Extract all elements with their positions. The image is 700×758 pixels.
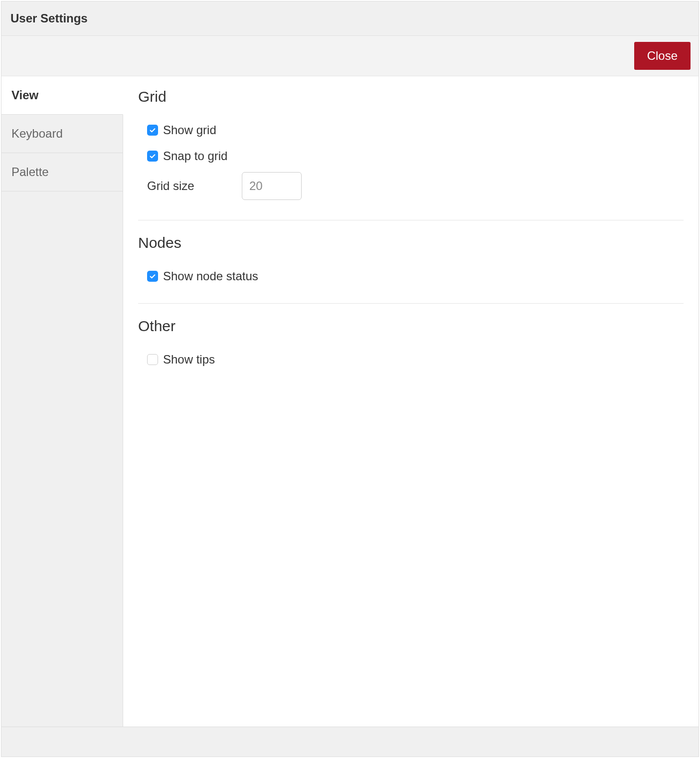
section-title-grid: Grid <box>138 88 684 105</box>
row-show-node-status: Show node status <box>138 263 684 289</box>
show-node-status-checkbox[interactable] <box>147 271 158 282</box>
snap-to-grid-checkbox[interactable] <box>147 151 158 162</box>
show-tips-label: Show tips <box>163 353 215 367</box>
tab-view[interactable]: View <box>1 76 123 115</box>
check-icon <box>149 273 156 280</box>
row-show-grid: Show grid <box>138 117 684 143</box>
show-tips-checkbox[interactable] <box>147 354 158 365</box>
close-button[interactable]: Close <box>634 42 691 70</box>
section-title-nodes: Nodes <box>138 234 684 251</box>
row-grid-size: Grid size <box>138 169 684 206</box>
modal-footer <box>1 727 699 757</box>
show-grid-label: Show grid <box>163 123 216 137</box>
settings-content: Grid Show grid Snap to grid Grid size <box>123 76 699 727</box>
section-other: Other Show tips <box>138 318 684 386</box>
modal-header: User Settings <box>1 1 699 36</box>
show-grid-checkbox[interactable] <box>147 125 158 136</box>
grid-size-input[interactable] <box>242 172 302 200</box>
check-icon <box>149 127 156 134</box>
check-icon <box>149 153 156 160</box>
section-nodes: Nodes Show node status <box>138 234 684 304</box>
modal-toolbar: Close <box>1 36 699 76</box>
snap-to-grid-label: Snap to grid <box>163 149 227 163</box>
row-show-tips: Show tips <box>138 347 684 373</box>
show-node-status-label: Show node status <box>163 269 258 283</box>
section-title-other: Other <box>138 318 684 335</box>
tab-keyboard[interactable]: Keyboard <box>1 115 123 153</box>
section-grid: Grid Show grid Snap to grid Grid size <box>138 88 684 220</box>
user-settings-modal: User Settings Close View Keyboard Palett… <box>1 1 699 757</box>
modal-title: User Settings <box>10 11 690 25</box>
row-snap-to-grid: Snap to grid <box>138 143 684 169</box>
modal-body: View Keyboard Palette Grid Show grid <box>1 76 699 727</box>
settings-tabs-sidebar: View Keyboard Palette <box>1 76 123 727</box>
tab-palette[interactable]: Palette <box>1 153 123 191</box>
grid-size-label: Grid size <box>147 179 202 193</box>
